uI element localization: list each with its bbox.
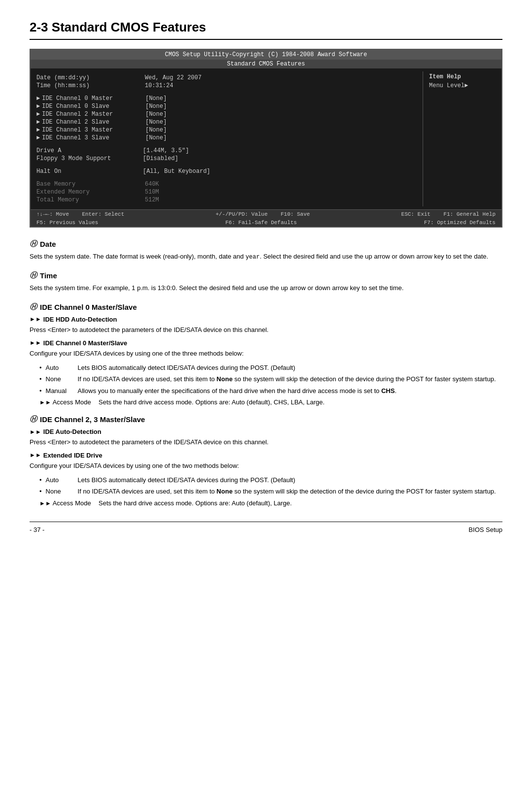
bios-arrow-ide3m: ►: [36, 127, 40, 133]
bios-value-ide2s: [None]: [145, 119, 166, 126]
bullet-term-auto: Auto: [46, 363, 78, 373]
bios-label-drivea: Drive A: [36, 147, 143, 154]
bios-value-drivea: [1.44M, 3.5"]: [143, 147, 189, 154]
bios-footer-esc: ESC: Exit F1: General Help: [401, 211, 496, 217]
bios-label-basemem: Base Memory: [36, 181, 145, 188]
bios-value-ide3m: [None]: [145, 127, 166, 133]
sub-body-ide-auto: Press <Enter> to autodetect the paramete…: [30, 437, 502, 448]
bios-label-floppy3: Floppy 3 Mode Support: [36, 155, 143, 162]
access-mode-desc-ide0: Sets the hard drive access mode. Options…: [99, 398, 502, 406]
double-arrow-icon-6: ►►: [39, 500, 51, 507]
double-arrow-icon-2: ►►: [30, 339, 41, 346]
section-date-title: Date: [40, 240, 56, 248]
bios-row-ide0m: ► IDE Channel 0 Master [None]: [36, 95, 417, 102]
list-item-none2: • None If no IDE/SATA devices are used, …: [39, 487, 502, 496]
bullet-list-ide23: • Auto Lets BIOS automatically detect ID…: [39, 475, 502, 496]
bios-footer-move: ↑↓→←: Move Enter: Select: [36, 211, 124, 217]
bios-footer-row1: ↑↓→←: Move Enter: Select +/-/PU/PD: Valu…: [31, 209, 501, 219]
bios-left-panel: Date (mm:dd:yy) Wed, Aug 22 2007 Time (h…: [31, 71, 423, 206]
list-item-auto: • Auto Lets BIOS automatically detect ID…: [39, 363, 502, 373]
section-ide23-heading: Ⓗ IDE Channel 2, 3 Master/Slave: [30, 415, 502, 424]
bios-row-ide2s: ► IDE Channel 2 Slave [None]: [36, 119, 417, 126]
section-ide0: Ⓗ IDE Channel 0 Master/Slave ►► IDE HDD …: [30, 302, 502, 406]
double-arrow-icon-1: ►►: [30, 316, 41, 323]
bios-label-ide0m: IDE Channel 0 Master: [42, 95, 145, 102]
bios-value-extmem: 510M: [145, 189, 159, 196]
sub-heading-ide-auto: ►► IDE Auto-Detection: [30, 428, 502, 435]
sub-body-ide0ms: Configure your IDE/SATA devices by using…: [30, 349, 502, 359]
sub-body-hdd-auto: Press <Enter> to autodetect the paramete…: [30, 325, 502, 335]
bullet-dot-auto: •: [39, 363, 42, 373]
bios-value-date: Wed, Aug 22 2007: [145, 74, 201, 81]
section-time-body: Sets the system time. For example, 1 p.m…: [30, 283, 502, 294]
bios-row-basemem: Base Memory 640K: [36, 181, 417, 188]
bios-row-drivea: Drive A [1.44M, 3.5"]: [36, 147, 417, 154]
bios-value-basemem: 640K: [145, 181, 159, 188]
bullet-desc-none: If no IDE/SATA devices are used, set thi…: [78, 374, 502, 384]
bios-row-totalmem: Total Memory 512M: [36, 197, 417, 203]
bios-value-ide2m: [None]: [145, 111, 166, 118]
bullet-desc-auto2: Lets BIOS automatically detect IDE/SATA …: [78, 475, 502, 485]
bullet-dot-auto2: •: [39, 475, 42, 485]
bios-value-halt: [All, But Keyboard]: [143, 168, 210, 175]
bullet-term-auto2: Auto: [46, 475, 78, 485]
bios-label-extmem: Extended Memory: [36, 189, 145, 196]
bios-value-time: 10:31:24: [145, 82, 173, 89]
section-date: Ⓗ Date Sets the system date. The date fo…: [30, 239, 502, 262]
section-time-title: Time: [40, 271, 57, 280]
double-arrow-icon-3: ►►: [39, 399, 51, 406]
list-item-none: • None If no IDE/SATA devices are used, …: [39, 374, 502, 384]
item-help-title: Item Help: [429, 73, 496, 80]
sub-heading-ide-auto-label: IDE Auto-Detection: [43, 428, 101, 435]
bios-row-floppy3: Floppy 3 Mode Support [Disabled]: [36, 155, 417, 162]
bios-footer-row2: F5: Previous Values F6: Fail-Safe Defaul…: [31, 219, 501, 227]
bullet-dot-manual: •: [39, 386, 42, 396]
bios-row-ide0s: ► IDE Channel 0 Slave [None]: [36, 103, 417, 110]
footer-section-name: BIOS Setup: [468, 526, 502, 533]
bios-label-time: Time (hh:mm:ss): [36, 82, 145, 89]
bullet-term-manual: Manual: [46, 386, 78, 396]
section-ide23-symbol: Ⓗ: [30, 415, 37, 424]
bios-arrow-ide2m: ►: [36, 111, 40, 118]
bios-body: Date (mm:dd:yy) Wed, Aug 22 2007 Time (h…: [31, 68, 501, 209]
page-title: 2-3 Standard CMOS Features: [30, 20, 502, 40]
bios-footer-f5: F5: Previous Values: [36, 220, 98, 226]
bios-footer-f7: F7: Optimized Defaults: [424, 220, 496, 226]
bios-row-date: Date (mm:dd:yy) Wed, Aug 22 2007: [36, 74, 417, 81]
sub-heading-hdd-auto: ►► IDE HDD Auto-Detection: [30, 316, 502, 323]
bullet-dot-none2: •: [39, 487, 42, 496]
footer-page-number: - 37 -: [30, 526, 44, 533]
sub-heading-ide0ms: ►► IDE Channel 0 Master/Slave: [30, 339, 502, 347]
bios-row-ide3s: ► IDE Channel 3 Slave [None]: [36, 134, 417, 141]
bullet-desc-manual: Allows you to manually enter the specifi…: [78, 386, 502, 396]
bios-label-ide2s: IDE Channel 2 Slave: [42, 119, 145, 126]
list-item-manual: • Manual Allows you to manually enter th…: [39, 386, 502, 396]
section-ide23-title: IDE Channel 2, 3 Master/Slave: [40, 415, 145, 424]
bios-value-ide3s: [None]: [145, 134, 166, 141]
access-mode-label-ide0: ►► Access Mode: [39, 398, 99, 406]
double-arrow-icon-4: ►►: [30, 428, 41, 435]
bios-row-extmem: Extended Memory 510M: [36, 189, 417, 196]
sub-heading-ext-ide-label: Extended IDE Drive: [43, 452, 102, 459]
section-ide0-symbol: Ⓗ: [30, 302, 37, 312]
sub-heading-hdd-auto-label: IDE HDD Auto-Detection: [43, 316, 117, 323]
bios-header-line1: CMOS Setup Utility-Copyright (C) 1984-20…: [31, 50, 501, 60]
bios-label-ide2m: IDE Channel 2 Master: [42, 111, 145, 118]
section-ide0-heading: Ⓗ IDE Channel 0 Master/Slave: [30, 302, 502, 312]
sub-body-ext-ide: Configure your IDE/SATA devices by using…: [30, 461, 502, 471]
section-date-symbol: Ⓗ: [30, 239, 37, 249]
list-item-auto2: • Auto Lets BIOS automatically detect ID…: [39, 475, 502, 485]
bullet-term-none: None: [46, 374, 78, 384]
bios-label-totalmem: Total Memory: [36, 197, 145, 203]
section-date-heading: Ⓗ Date: [30, 239, 502, 249]
bios-arrow-ide0s: ►: [36, 103, 40, 110]
bios-footer-f6: F6: Fail-Safe Defaults: [225, 220, 297, 226]
bullet-term-none2: None: [46, 487, 78, 496]
double-arrow-icon-5: ►►: [30, 452, 41, 459]
bios-row-ide3m: ► IDE Channel 3 Master [None]: [36, 127, 417, 133]
access-mode-row-ide0: ►► Access Mode Sets the hard drive acces…: [39, 398, 502, 406]
bios-label-halt: Halt On: [36, 168, 143, 175]
section-time-heading: Ⓗ Time: [30, 271, 502, 280]
bios-label-ide3m: IDE Channel 3 Master: [42, 127, 145, 133]
bios-header-line2: Standard CMOS Features: [31, 60, 501, 68]
